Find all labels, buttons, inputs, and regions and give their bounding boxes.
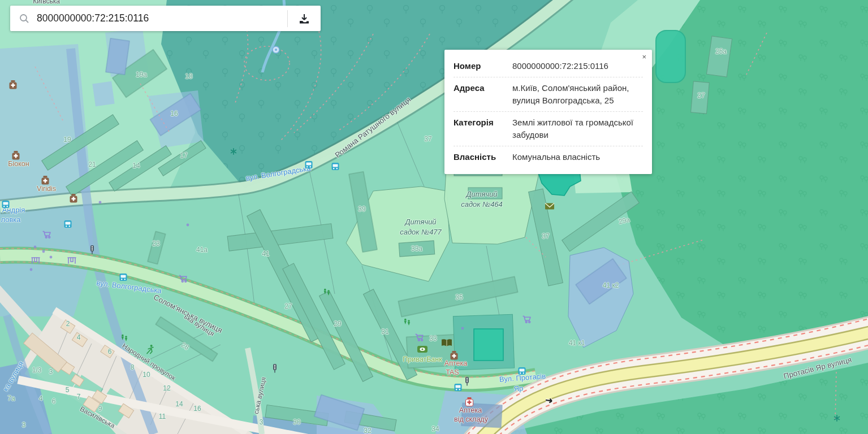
bldg-num-6b: 6 <box>52 398 56 405</box>
street-holovka-frag: ловка <box>1 216 20 224</box>
pharmacy-icon <box>39 175 51 187</box>
bldg-num-30: 30 <box>293 419 300 426</box>
bank-icon <box>416 343 429 355</box>
street-kyivska: Київська <box>33 0 60 6</box>
poi-kindergarten-464-line2: садок №464 <box>461 201 503 209</box>
bldg-num-4b: 4 <box>39 395 43 402</box>
cadastral-map-app: { "colors":{ "base":"#8bd8bd","parcel_li… <box>0 0 868 434</box>
bldg-num-27-tr: 27 <box>697 92 705 99</box>
pharmacy-white-icon <box>463 396 476 409</box>
bldg-num-16: 16 <box>170 110 178 118</box>
poi-pryvatbank: ПриватБанк <box>403 356 442 364</box>
flower-icon <box>227 145 240 158</box>
poi-kindergarten-477-line1: Дитячий <box>405 218 436 226</box>
flower-icon <box>831 412 843 424</box>
pharmacy-icon <box>10 150 22 162</box>
dot-icon <box>94 196 106 209</box>
search-icon <box>19 13 30 24</box>
download-button[interactable] <box>288 6 321 31</box>
bldg-num-29: 29 <box>334 320 341 328</box>
poi-kindergarten-477-line2: садок №477 <box>400 228 442 236</box>
bldg-num-16b: 16 <box>193 405 201 413</box>
bldg-num-41: 41 <box>262 250 269 258</box>
popup-row-value: Комунальна власність <box>512 151 643 164</box>
bldg-num-23: 23 <box>152 240 159 248</box>
popup-row-label: Власність <box>454 151 512 164</box>
cart-icon <box>413 331 426 344</box>
bldg-num-31: 31 <box>381 328 388 336</box>
popup-row-address: Адреса м.Київ, Солом'янський район, вули… <box>454 77 643 112</box>
bldg-num-4: 4 <box>77 334 81 341</box>
download-icon <box>298 12 310 25</box>
dot-icon <box>182 219 194 231</box>
fountain-icon <box>270 44 282 56</box>
popup-row-category: Категорія Землі житлової та громадської … <box>454 112 643 146</box>
street-vasylivska: Василівська <box>79 405 116 429</box>
bldg-num-9: 9 <box>98 405 102 413</box>
popup-row-label: Категорія <box>454 116 512 142</box>
bldg-num-14b: 14 <box>175 401 183 408</box>
bldg-num-37: 37 <box>542 233 549 240</box>
bldg-num-27: 27 <box>284 303 292 310</box>
bldg-num-33a: 33а <box>411 245 422 253</box>
bldg-num-19a: 19а <box>136 71 147 79</box>
kids-icon <box>118 332 131 344</box>
kids-icon <box>401 316 413 328</box>
popup-row-label: Адреса <box>454 82 512 107</box>
bldg-num-10: 10 <box>142 371 150 379</box>
bus-icon <box>117 271 129 284</box>
traffic-icon <box>461 375 473 388</box>
popup-row-number: Номер 8000000000:72:215:0116 <box>454 55 643 77</box>
popup-row-ownership: Власність Комунальна власність <box>454 146 643 168</box>
bldg-num-12: 12 <box>163 385 170 392</box>
bldg-num-35: 35 <box>455 294 463 301</box>
dot-icon <box>45 251 57 263</box>
popup-row-value: м.Київ, Солом'янський район, вулиця Волг… <box>512 82 643 107</box>
bldg-num-41k1: 41 к1 <box>569 340 585 347</box>
street-protasiv-line2: Яр <box>513 384 524 393</box>
bldg-num-25a: 25а <box>715 48 727 55</box>
bldg-num-41a: 41а <box>196 246 208 254</box>
poi-kindergarten-464-line1: Дитячий <box>466 190 497 198</box>
bldg-num-39: 39 <box>358 206 365 213</box>
bldg-num-17: 17 <box>180 152 187 159</box>
cart-icon <box>177 272 189 285</box>
bldg-num-19: 19 <box>63 136 71 144</box>
bus-icon <box>329 160 342 173</box>
street-sska-vulytsia-frag: ська вулиця <box>253 376 268 415</box>
street-protasiv-yar: Протасів Яр вулиця <box>783 356 852 381</box>
bldg-num-33: 33 <box>429 335 437 342</box>
bus-icon <box>516 365 528 377</box>
dot-icon <box>25 263 37 276</box>
traffic-icon <box>86 244 98 256</box>
bus-icon <box>62 218 74 231</box>
poi-apteka-tas-line2: TAS <box>446 369 459 377</box>
bldg-num-11: 11 <box>159 413 166 420</box>
cart-icon <box>521 313 533 326</box>
bldg-num-1-3: 1/3 <box>32 367 42 374</box>
swing-icon <box>66 254 78 266</box>
popup-row-value: 8000000000:72:215:0116 <box>512 60 643 73</box>
runner-icon <box>144 343 156 355</box>
pharmacy-icon <box>448 350 460 362</box>
bus-icon <box>0 198 12 211</box>
bldg-num-34: 34 <box>431 426 439 433</box>
book-icon <box>441 337 453 349</box>
poi-apteka-sklad-line2: від складу <box>454 416 488 424</box>
bldg-num-7a: 7а <box>7 395 15 402</box>
close-icon[interactable]: × <box>640 52 649 62</box>
dot-icon <box>456 322 469 335</box>
cart-icon <box>41 228 53 241</box>
bldg-num-29a: 29а <box>618 216 631 225</box>
bldg-num-2: 2 <box>66 320 70 328</box>
bldg-num-7: 7 <box>77 393 81 401</box>
parcel-info-popup: × Номер 8000000000:72:215:0116 Адреса м.… <box>444 50 652 174</box>
search-input[interactable] <box>36 12 287 25</box>
bldg-num-5: 5 <box>66 387 70 394</box>
kids-icon <box>321 286 333 298</box>
mail-icon <box>543 200 556 212</box>
bldg-num-32: 32 <box>364 427 371 434</box>
bldg-num-3b: 3 <box>22 422 26 429</box>
bldg-num-37-top: 37 <box>424 136 431 143</box>
bldg-num-41k2: 41 к2 <box>603 282 619 289</box>
